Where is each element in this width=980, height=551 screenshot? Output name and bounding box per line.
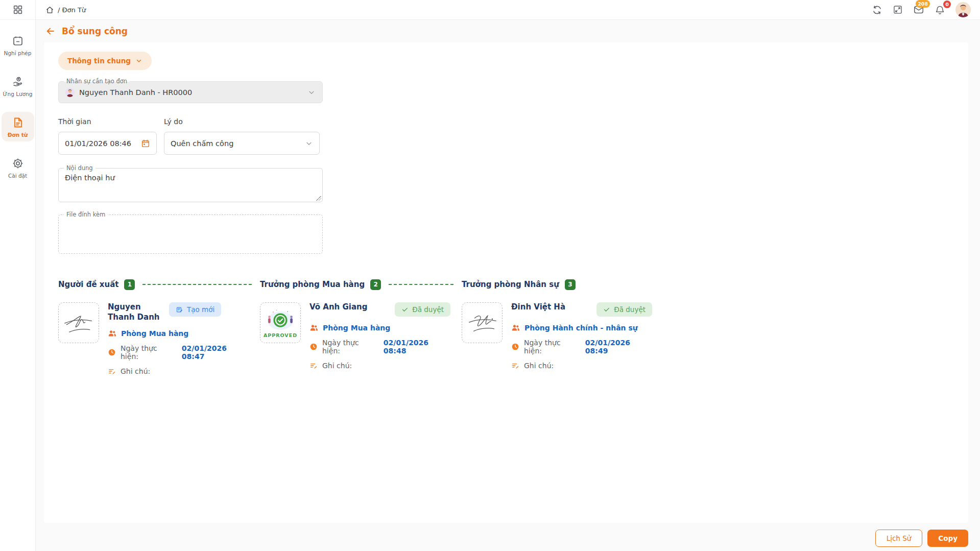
create-new-button[interactable]: Tạo mới [169,302,221,317]
approved-status-chip: Đã duyệt [395,302,450,317]
page-title: Bổ sung công [62,26,128,36]
topbar-actions: 208 0 [872,2,971,17]
note-prefix: Ghi chú: [121,367,150,375]
department-row: Phòng Mua hàng [108,329,249,338]
fullscreen-button[interactable] [893,5,903,15]
bell-badge: 0 [943,1,951,8]
sidebar-item-ung-luong[interactable]: Ứng Lương [2,71,34,101]
time-field-group: Thời gian [58,117,157,155]
approver-card: APPROVED Võ Anh Giang Đã duyệt [260,302,462,370]
approver-name: Nguyen Thanh Danh [108,302,165,322]
date-value: 02/01/2026 08:48 [384,339,450,355]
hand-coin-icon [12,76,24,88]
content-label: Nội dung [64,164,95,172]
note-prefix: Ghi chú: [524,362,554,370]
approver-name: Đinh Việt Hà [511,302,592,313]
date-row: Ngày thực hiện: 02/01/2026 08:49 [511,339,652,355]
attachment-dropzone[interactable]: File đính kèm [58,214,323,254]
note-row: Ghi chú: [108,367,249,375]
date-value: 02/01/2026 08:47 [182,344,249,361]
main-content: Bổ sung công Thông tin chung Nhân sự cần… [36,20,980,551]
section-toggle-chip[interactable]: Thông tin chung [58,52,152,70]
check-icon [401,306,409,313]
sidebar-item-label: Nghỉ phép [4,50,32,56]
workflow-step-2: Trưởng phòng Mua hàng 2 [260,278,462,375]
approval-workflow: Người đề xuất 1 [58,278,954,375]
sidebar-item-nghi-phep[interactable]: Nghỉ phép [2,30,34,60]
date-prefix: Ngày thực hiện: [524,339,578,355]
clock-icon [108,348,116,356]
home-icon [45,6,54,14]
content-textarea[interactable]: Điện thoại hư [59,169,322,202]
note-row: Ghi chú: [309,362,450,370]
resize-handle[interactable] [316,196,321,201]
document-icon [12,116,24,129]
time-reason-row: Thời gian Lý do Quên chấm công [58,117,954,155]
sidebar-item-cai-dat[interactable]: Cài đặt [2,153,34,182]
notifications-button[interactable]: 0 [935,5,945,15]
approver-top-row: Đinh Việt Hà Đã duyệt [511,302,652,317]
status-label: Đã duyệt [614,305,646,314]
time-input-wrap [58,132,157,155]
app-launcher-button[interactable] [0,0,35,20]
sync-button[interactable] [872,5,882,15]
note-edit-icon [309,362,318,370]
fullscreen-icon [893,5,903,15]
employee-select[interactable]: Nhân sự cần tạo đơn Nguyen Thanh Danh - … [58,81,323,103]
breadcrumb[interactable]: / Đơn Từ [45,6,86,14]
step-order-badge: 2 [370,279,381,290]
clock-icon [511,343,519,351]
step-order-badge: 3 [565,279,576,290]
step-title: Trưởng phòng Nhân sự [462,280,559,289]
reason-select[interactable]: Quên chấm công [164,132,320,155]
chevron-down-icon [305,139,313,148]
workflow-step-1: Người đề xuất 1 [58,278,260,375]
step-header: Trưởng phòng Nhân sự 3 [462,278,663,291]
signature-image [62,308,95,338]
workflow-step-3: Trưởng phòng Nhân sự 3 [462,278,663,375]
approver-info: Nguyen Thanh Danh Tạo mới [108,302,249,375]
group-icon [511,323,520,332]
page-title-row: Bổ sung công [36,20,980,42]
footer-actions: Lịch Sử Copy [875,530,968,547]
sidebar-item-label: Cài đặt [8,173,27,179]
arrow-left-icon [45,26,56,36]
approver-name: Võ Anh Giang [309,302,391,313]
user-avatar[interactable] [955,2,971,17]
step-connector [142,284,252,285]
sidebar-item-label: Đơn từ [8,132,28,138]
approver-top-row: Nguyen Thanh Danh Tạo mới [108,302,249,322]
back-button[interactable] [45,26,56,36]
step-order-badge: 1 [124,279,135,290]
clock-icon [309,343,318,351]
gear-icon [12,157,24,170]
messages-button[interactable]: 208 [913,4,924,15]
history-button[interactable]: Lịch Sử [875,530,923,547]
time-input[interactable] [65,139,131,148]
status-label: Đã duyệt [412,305,444,314]
calendar-icon [12,35,24,47]
employee-avatar [65,88,75,97]
chevron-down-icon [307,88,316,97]
status-label: Tạo mới [187,305,214,314]
step-header: Trưởng phòng Mua hàng 2 [260,278,462,291]
department-row: Phòng Hành chính - nhân sự [511,323,652,332]
signature-box [462,302,503,343]
sidebar-item-don-tu[interactable]: Đơn từ [2,112,34,141]
time-label: Thời gian [58,117,157,126]
date-prefix: Ngày thực hiện: [322,339,376,355]
check-icon [603,306,610,313]
breadcrumb-text: / Đơn Từ [58,6,86,14]
form-new-icon [176,306,183,314]
note-edit-icon [511,362,519,370]
date-value: 02/01/2026 08:49 [585,339,652,355]
copy-button[interactable]: Copy [927,530,968,547]
approver-card: Nguyen Thanh Danh Tạo mới [58,302,260,375]
attachment-label: File đính kèm [64,211,108,219]
reason-label: Lý do [164,117,320,126]
topbar: / Đơn Từ 208 [36,0,980,20]
sync-icon [872,5,882,15]
reason-field-group: Lý do Quên chấm công [164,117,320,155]
calendar-icon[interactable] [141,139,150,148]
approved-stamp-box: APPROVED [260,302,301,343]
